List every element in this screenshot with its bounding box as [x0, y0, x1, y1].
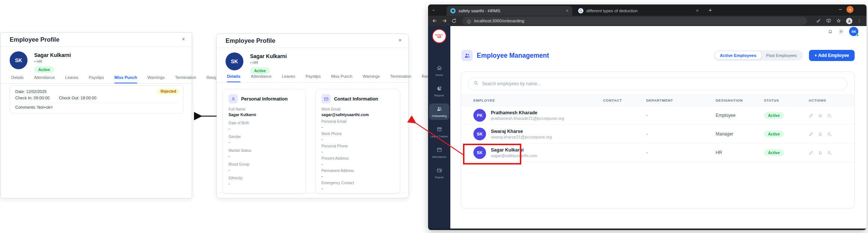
close-icon[interactable]: ×	[182, 36, 185, 42]
table-row[interactable]: SKSwaraj Kharseswaraj.kharse21@pccoepune…	[461, 125, 854, 143]
warning-icon[interactable]	[818, 131, 823, 136]
sidebar-item-leave-tracker[interactable]: Leave Tracker	[429, 124, 449, 140]
status-cell: Active	[764, 112, 809, 119]
user-avatar[interactable]: SK	[849, 27, 858, 36]
field-label: Work Email	[321, 107, 394, 111]
active-employees-filter[interactable]: Active Employees	[715, 51, 761, 60]
tab-miss-punch[interactable]: Miss Punch	[331, 72, 352, 82]
bell-icon[interactable]	[827, 29, 833, 34]
employee-name: Sagar Kulkarni	[491, 147, 537, 153]
app-sidebar: SAFETY साथी HomeReportsOnboardingLeave T…	[428, 26, 450, 229]
search-input[interactable]	[482, 81, 842, 86]
tab-miss-punch[interactable]: Miss Punch	[114, 73, 137, 83]
sidebar-item-onboarding[interactable]: Onboarding	[429, 103, 449, 120]
tab-payslips[interactable]: Payslips	[305, 72, 321, 82]
personal-information-card: Personal Information Full NameSagar Kulk…	[223, 89, 306, 194]
modal-title: Employee Profile	[10, 36, 59, 43]
employee-role: • HR	[34, 59, 71, 64]
tab-leaves[interactable]: Leaves	[65, 73, 78, 83]
site-info-icon[interactable]	[467, 19, 471, 23]
table-header-row: EMPLOYEECONTACTDEPARTMENTDESIGNATIONSTAT…	[461, 95, 854, 106]
app-logo[interactable]: SAFETY साथी	[432, 29, 446, 43]
search-box[interactable]	[468, 77, 848, 90]
employee-email: prathamesh.kharade21@pccoepune.org	[491, 116, 564, 121]
passwords-key-icon[interactable]	[816, 18, 821, 23]
offboard-icon[interactable]	[827, 150, 832, 155]
employee-email: sagar@safetysaarthi.com	[491, 153, 537, 158]
table-row-highlighted[interactable]: SKSagar Kulkarnisagar@safetysaarthi.com-…	[461, 143, 854, 162]
tab-attendance[interactable]: Attendance	[34, 73, 55, 83]
tab-details[interactable]: Details	[11, 73, 24, 83]
profile-field: Date of Birth-	[229, 121, 300, 131]
tab-termination[interactable]: Termination	[175, 73, 196, 83]
employee-name-email: Swaraj Kharseswaraj.kharse21@pccoepune.o…	[491, 129, 552, 139]
actions-cell	[809, 131, 847, 136]
sidebar-nav: HomeReportsOnboardingLeave TrackerAttend…	[428, 63, 450, 181]
browser-tab-hrms[interactable]: safety saarthi - HRMS ×	[447, 6, 572, 16]
close-icon[interactable]: ×	[566, 8, 569, 13]
close-icon[interactable]: ×	[398, 37, 402, 43]
bookmark-star-icon[interactable]	[836, 18, 841, 23]
close-icon[interactable]: ×	[696, 8, 699, 13]
offboard-icon[interactable]	[827, 131, 832, 136]
install-app-icon[interactable]	[826, 18, 831, 23]
browser-tab-search[interactable]: G different types of deduction ×	[574, 6, 702, 16]
sidebar-item-reports[interactable]: Reports	[429, 83, 449, 99]
warning-icon[interactable]	[818, 150, 823, 155]
employee-name-email: Prathamesh Kharadeprathamesh.kharade21@p…	[491, 110, 564, 121]
status-badge: Active	[764, 112, 784, 119]
table-row[interactable]: PKPrathamesh Kharadeprathamesh.kharade21…	[461, 106, 854, 125]
add-employee-button[interactable]: + Add Employee	[809, 50, 855, 61]
window-close-button[interactable]: ×	[846, 6, 854, 13]
minimize-button[interactable]: –	[839, 6, 842, 12]
profile-field: Permanent Address-	[321, 169, 394, 178]
field-label: Date of Birth	[229, 121, 300, 125]
reload-icon[interactable]	[451, 18, 457, 24]
tab-details[interactable]: Details	[227, 72, 240, 82]
browser-window: ⌄ safety saarthi - HRMS × G different ty…	[428, 4, 867, 230]
sidebar-item-payroll[interactable]: Payroll	[429, 165, 449, 181]
address-bar[interactable]: localhost:3000/onboarding	[462, 17, 807, 25]
home-icon	[437, 65, 442, 72]
offboard-icon[interactable]	[827, 113, 832, 118]
status-badge: Active	[764, 149, 784, 156]
tab-warnings[interactable]: Warnings	[363, 72, 380, 82]
miss-punch-record-card: Rejected Date: 12/02/2025 Check In: 09:0…	[10, 85, 184, 114]
tab-attendance[interactable]: Attendance	[251, 72, 272, 82]
warning-icon[interactable]	[818, 113, 823, 118]
back-icon[interactable]	[432, 18, 438, 24]
tab-warnings[interactable]: Warnings	[148, 73, 165, 83]
designation-cell: Manager	[716, 131, 764, 137]
field-label: Permanent Address	[321, 169, 394, 173]
browser-menu-icon[interactable]: ⋮	[857, 19, 861, 23]
employee-role: • HR	[250, 60, 287, 65]
hrms-favicon	[450, 8, 456, 13]
employee-email: swaraj.kharse21@pccoepune.org	[491, 135, 552, 139]
sidebar-item-home[interactable]: Home	[429, 63, 449, 79]
gear-icon[interactable]	[838, 29, 844, 34]
field-label: Emergency Contact	[321, 181, 394, 185]
past-employees-filter[interactable]: Past Employees	[761, 51, 802, 60]
edit-icon[interactable]	[809, 113, 813, 118]
tab-payslips[interactable]: Payslips	[89, 73, 104, 83]
forward-icon[interactable]	[441, 18, 447, 24]
field-value: -	[321, 149, 394, 154]
status-badge: Active	[34, 66, 54, 73]
google-favicon: G	[578, 8, 583, 13]
field-value: -	[321, 162, 394, 166]
status-cell: Active	[764, 130, 809, 137]
edit-icon[interactable]	[809, 150, 813, 155]
tab-search-chevron-icon[interactable]: ⌄	[432, 7, 435, 12]
employee-profile-modal-miss-punch: Employee Profile × SK Sagar Kulkarni • H…	[0, 32, 192, 198]
app-header: SK	[450, 26, 867, 36]
tab-termination[interactable]: Termination	[390, 72, 411, 82]
field-label: Gender	[229, 135, 300, 139]
edit-icon[interactable]	[809, 131, 813, 136]
profile-field: Personal Email-	[321, 119, 394, 129]
new-tab-button[interactable]: +	[709, 7, 712, 13]
tab-leaves[interactable]: Leaves	[282, 72, 295, 82]
field-value: -	[229, 154, 300, 158]
column-header-designation: DESIGNATION	[716, 98, 764, 102]
sidebar-item-attendance[interactable]: Attendance	[429, 144, 449, 161]
browser-profile-icon[interactable]	[846, 18, 852, 24]
